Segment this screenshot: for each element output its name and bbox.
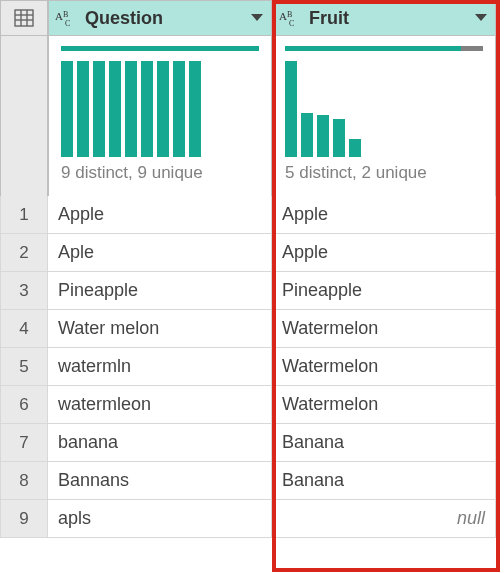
distribution-chart bbox=[285, 61, 483, 157]
distribution-bar bbox=[125, 61, 137, 157]
column-header-question[interactable]: ABC Question bbox=[48, 0, 272, 36]
quality-bar bbox=[285, 46, 483, 51]
column-stats: 9 distinct, 9 unique bbox=[61, 163, 259, 183]
svg-marker-12 bbox=[475, 14, 487, 21]
distribution-chart bbox=[61, 61, 259, 157]
cell-question[interactable]: Pineapple bbox=[48, 272, 272, 310]
svg-marker-8 bbox=[251, 14, 263, 21]
row-number[interactable]: 3 bbox=[0, 272, 48, 310]
row-number[interactable]: 2 bbox=[0, 234, 48, 272]
cell-fruit[interactable]: Pineapple bbox=[272, 272, 496, 310]
cell-fruit[interactable]: Apple bbox=[272, 196, 496, 234]
column-header-fruit[interactable]: ABC Fruit bbox=[272, 0, 496, 36]
distribution-bar bbox=[61, 61, 73, 157]
cell-question[interactable]: Water melon bbox=[48, 310, 272, 348]
distribution-bar bbox=[349, 139, 361, 157]
column-profile-fruit: 5 distinct, 2 unique bbox=[272, 36, 496, 196]
row-number[interactable]: 9 bbox=[0, 500, 48, 538]
column-stats: 5 distinct, 2 unique bbox=[285, 163, 483, 183]
cell-fruit[interactable]: Watermelon bbox=[272, 386, 496, 424]
column-dropdown-icon[interactable] bbox=[473, 14, 489, 22]
column-dropdown-icon[interactable] bbox=[249, 14, 265, 22]
svg-text:C: C bbox=[65, 19, 70, 28]
text-type-icon: ABC bbox=[279, 8, 303, 28]
quality-error bbox=[461, 46, 483, 51]
row-number[interactable]: 5 bbox=[0, 348, 48, 386]
distribution-bar bbox=[301, 113, 313, 157]
cell-question[interactable]: apls bbox=[48, 500, 272, 538]
distribution-bar bbox=[109, 61, 121, 157]
cell-question[interactable]: Apple bbox=[48, 196, 272, 234]
row-number[interactable]: 1 bbox=[0, 196, 48, 234]
cell-question[interactable]: watermleon bbox=[48, 386, 272, 424]
distribution-bar bbox=[317, 115, 329, 157]
row-number[interactable]: 8 bbox=[0, 462, 48, 500]
column-profile-question: 9 distinct, 9 unique bbox=[48, 36, 272, 196]
quality-valid bbox=[61, 46, 259, 51]
cell-fruit[interactable]: Apple bbox=[272, 234, 496, 272]
row-number[interactable]: 6 bbox=[0, 386, 48, 424]
quality-bar bbox=[61, 46, 259, 51]
distribution-bar bbox=[157, 61, 169, 157]
cell-question[interactable]: watermln bbox=[48, 348, 272, 386]
distribution-bar bbox=[285, 61, 297, 157]
distribution-bar bbox=[93, 61, 105, 157]
svg-text:B: B bbox=[287, 10, 292, 19]
svg-text:C: C bbox=[289, 19, 294, 28]
cell-fruit[interactable]: null bbox=[272, 500, 496, 538]
distribution-bar bbox=[141, 61, 153, 157]
cell-question[interactable]: banana bbox=[48, 424, 272, 462]
row-number[interactable]: 4 bbox=[0, 310, 48, 348]
cell-fruit[interactable]: Banana bbox=[272, 424, 496, 462]
grid-corner[interactable] bbox=[0, 0, 48, 36]
distribution-bar bbox=[333, 119, 345, 157]
column-header-label: Fruit bbox=[309, 8, 467, 29]
text-type-icon: ABC bbox=[55, 8, 79, 28]
distribution-bar bbox=[77, 61, 89, 157]
cell-question[interactable]: Bannans bbox=[48, 462, 272, 500]
svg-rect-0 bbox=[15, 10, 33, 26]
svg-text:B: B bbox=[63, 10, 68, 19]
column-header-label: Question bbox=[85, 8, 243, 29]
cell-fruit[interactable]: Watermelon bbox=[272, 310, 496, 348]
row-number[interactable]: 7 bbox=[0, 424, 48, 462]
cell-fruit[interactable]: Banana bbox=[272, 462, 496, 500]
svg-text:A: A bbox=[55, 10, 63, 22]
profile-gutter bbox=[0, 36, 48, 196]
svg-text:A: A bbox=[279, 10, 287, 22]
data-grid: ABC Question ABC Fruit 9 distinct, 9 uni… bbox=[0, 0, 504, 538]
cell-fruit[interactable]: Watermelon bbox=[272, 348, 496, 386]
distribution-bar bbox=[189, 61, 201, 157]
cell-question[interactable]: Aple bbox=[48, 234, 272, 272]
distribution-bar bbox=[173, 61, 185, 157]
quality-valid bbox=[285, 46, 461, 51]
table-icon bbox=[14, 9, 34, 27]
